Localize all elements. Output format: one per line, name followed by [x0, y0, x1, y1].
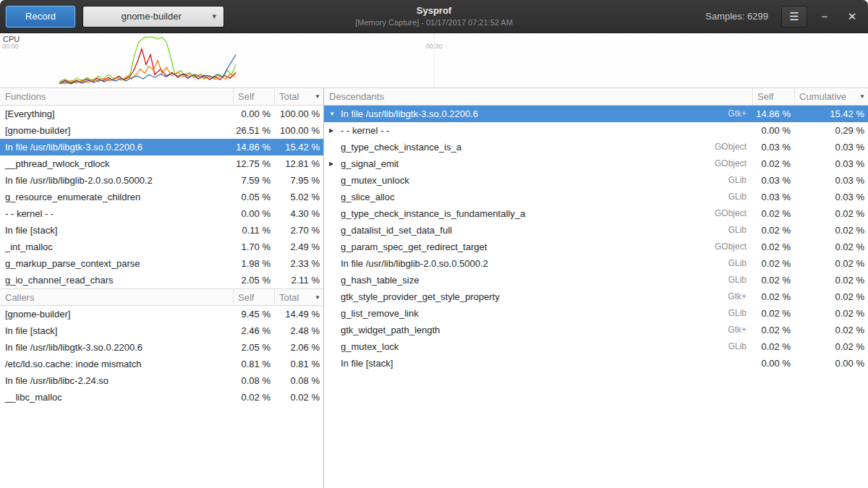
library-badge: GObject [707, 205, 752, 222]
functions-table-header: Functions Self Total ▼ [0, 88, 323, 106]
timeline-gridline [434, 33, 435, 87]
descendant-row[interactable]: ▼ In file /usr/lib/libgtk-3.so.0.2200.6 … [324, 106, 868, 122]
library-badge: Gtk+ [720, 322, 752, 338]
descendant-row[interactable]: g_list_remove_link GLib 0.02 % 0.02 % [324, 305, 868, 322]
descendant-row[interactable]: gtk_widget_path_length Gtk+ 0.02 % 0.02 … [324, 322, 868, 338]
self-column-header[interactable]: Self [233, 88, 274, 105]
library-badge: Gtk+ [720, 106, 752, 122]
function-row[interactable]: _int_malloc 1.70 % 2.49 % [0, 239, 323, 255]
app-title: Sysprof [355, 4, 513, 17]
timeline-tick-start: 00:00 [2, 43, 19, 50]
total-column-header[interactable]: Total ▼ [274, 88, 323, 105]
descendant-row[interactable]: g_mutex_lock GLib 0.02 % 0.02 % [324, 338, 868, 355]
function-row[interactable]: In file /usr/lib/libgtk-3.so.0.2200.6 14… [0, 139, 323, 155]
samples-count: Samples: 6299 [705, 11, 768, 22]
function-row[interactable]: In file [stack] 0.11 % 2.70 % [0, 222, 323, 239]
timeline-tick-mid: 00:30 [426, 43, 443, 50]
caller-row[interactable]: In file /usr/lib/libgtk-3.so.0.2200.6 2.… [0, 339, 323, 356]
hamburger-icon: ☰ [789, 10, 799, 22]
library-badge: GLib [721, 189, 752, 205]
sort-descending-icon: ▼ [859, 88, 868, 105]
sort-descending-icon: ▼ [315, 289, 323, 306]
descendant-row[interactable]: In file /usr/lib/libglib-2.0.so.0.5000.2… [324, 255, 868, 272]
profiler-panes: Functions Self Total ▼ [Everything] 0.00… [0, 88, 868, 488]
function-row[interactable]: g_markup_parse_context_parse 1.98 % 2.33… [0, 255, 323, 272]
descendants-pane: Descendants Self Cumulative ▼ ▼ In file … [324, 88, 868, 488]
function-row[interactable]: g_io_channel_read_chars 2.05 % 2.11 % [0, 272, 323, 288]
functions-callers-pane: Functions Self Total ▼ [Everything] 0.00… [0, 88, 324, 488]
expander-icon[interactable]: ▶ [329, 155, 341, 172]
function-row[interactable]: __pthread_rwlock_rdlock 12.75 % 12.81 % [0, 155, 323, 172]
library-badge: GLib [721, 255, 752, 272]
expander-icon[interactable]: ▶ [329, 122, 341, 139]
descendant-row[interactable]: g_hash_table_size GLib 0.02 % 0.02 % [324, 272, 868, 288]
functions-column-header[interactable]: Functions [0, 88, 233, 105]
function-row[interactable]: g_resource_enumerate_children 0.05 % 5.0… [0, 189, 323, 205]
chevron-down-icon: ▾ [212, 12, 216, 21]
descendant-row[interactable]: g_datalist_id_set_data_full GLib 0.02 % … [324, 222, 868, 239]
cpu-line-orange [59, 61, 236, 85]
menu-button[interactable]: ☰ [781, 6, 807, 27]
record-button[interactable]: Record [6, 6, 75, 27]
library-badge: GLib [721, 305, 752, 322]
cumulative-column-header[interactable]: Cumulative ▼ [794, 88, 868, 105]
caller-row[interactable]: In file [stack] 2.46 % 2.48 % [0, 322, 323, 339]
function-row[interactable]: [Everything] 0.00 % 100.00 % [0, 106, 323, 122]
process-selector-dropdown[interactable]: gnome-builder ▾ [82, 6, 224, 27]
library-badge: GObject [707, 155, 752, 172]
callers-table-header: Callers Self Total ▼ [0, 288, 323, 306]
library-badge: GLib [721, 172, 752, 189]
library-badge: Gtk+ [720, 288, 752, 305]
header-right-group: Samples: 6299 ☰ − ✕ [705, 6, 862, 27]
close-button[interactable]: ✕ [842, 7, 862, 27]
cpu-usage-graph[interactable]: CPU 00:00 00:30 [0, 33, 868, 88]
descendant-row[interactable]: gtk_style_provider_get_style_property Gt… [324, 288, 868, 305]
library-badge: GObject [707, 239, 752, 255]
window-title-block: Sysprof [Memory Capture] - 01/17/2017 07… [355, 4, 513, 27]
minimize-button[interactable]: − [814, 7, 835, 27]
callers-column-header[interactable]: Callers [0, 289, 233, 306]
descendants-list: ▼ In file /usr/lib/libgtk-3.so.0.2200.6 … [324, 106, 868, 372]
descendant-row[interactable]: g_mutex_unlock GLib 0.03 % 0.03 % [324, 172, 868, 189]
self-column-header[interactable]: Self [752, 88, 794, 105]
expander-icon[interactable]: ▼ [329, 106, 341, 122]
library-badge: GLib [721, 222, 752, 239]
sysprof-window: Record gnome-builder ▾ Sysprof [Memory C… [0, 0, 868, 488]
descendants-table-header: Descendants Self Cumulative ▼ [324, 88, 868, 106]
process-selector-label: gnome-builder [90, 11, 212, 22]
library-badge: GLib [721, 272, 752, 288]
library-badge: GObject [707, 139, 752, 155]
caller-row[interactable]: /etc/ld.so.cache: inode mismatch 0.81 % … [0, 356, 323, 372]
self-column-header[interactable]: Self [233, 289, 274, 306]
descendant-row[interactable]: ▶ g_signal_emit GObject 0.02 % 0.03 % [324, 155, 868, 172]
descendant-row[interactable]: g_param_spec_get_redirect_target GObject… [324, 239, 868, 255]
function-row[interactable]: - - kernel - - 0.00 % 4.30 % [0, 205, 323, 222]
descendant-row[interactable]: g_slice_alloc GLib 0.03 % 0.03 % [324, 189, 868, 205]
descendant-row[interactable]: g_type_check_instance_is_a GObject 0.03 … [324, 139, 868, 155]
library-badge: GLib [721, 338, 752, 355]
descendants-column-header[interactable]: Descendants [324, 88, 752, 105]
descendant-row[interactable]: g_type_check_instance_is_fundamentally_a… [324, 205, 868, 222]
capture-subtitle: [Memory Capture] - 01/17/2017 07:21:52 A… [355, 17, 513, 27]
caller-row[interactable]: In file /usr/lib/libc-2.24.so 0.08 % 0.0… [0, 372, 323, 389]
descendant-row[interactable]: ▶ - - kernel - - 0.00 % 0.29 % [324, 122, 868, 139]
caller-row[interactable]: __libc_malloc 0.02 % 0.02 % [0, 389, 323, 406]
function-row[interactable]: [gnome-builder] 26.51 % 100.00 % [0, 122, 323, 139]
callers-list: [gnome-builder] 9.45 % 14.49 % In file [… [0, 306, 323, 406]
function-row[interactable]: In file /usr/lib/libglib-2.0.so.0.5000.2… [0, 172, 323, 189]
functions-list: [Everything] 0.00 % 100.00 % [gnome-buil… [0, 106, 323, 288]
descendant-row[interactable]: In file [stack] 0.00 % 0.00 % [324, 355, 868, 372]
sort-descending-icon: ▼ [315, 88, 323, 105]
total-column-header[interactable]: Total ▼ [274, 289, 323, 306]
caller-row[interactable]: [gnome-builder] 9.45 % 14.49 % [0, 306, 323, 322]
header-bar: Record gnome-builder ▾ Sysprof [Memory C… [0, 0, 868, 33]
